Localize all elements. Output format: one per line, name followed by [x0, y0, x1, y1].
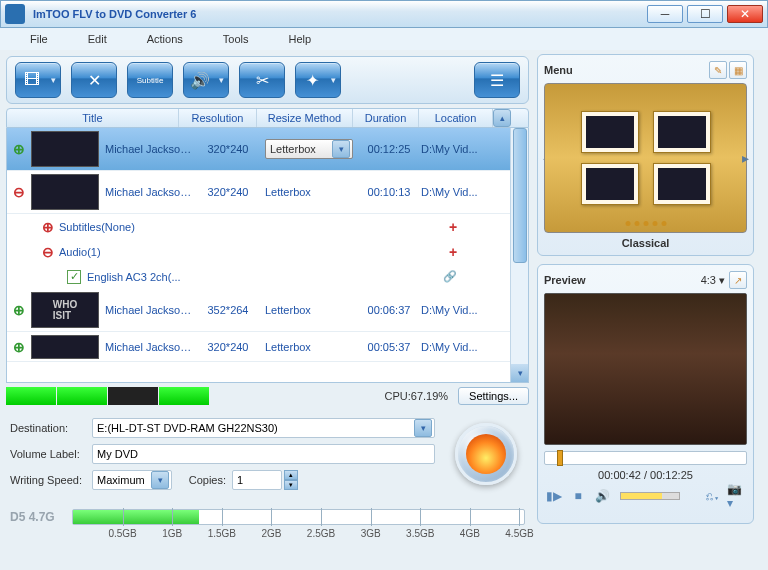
audio-checkbox[interactable]: ✓ — [67, 270, 81, 284]
col-duration[interactable]: Duration — [353, 109, 419, 127]
audio-label: Audio(1) — [59, 246, 449, 258]
volume-slider[interactable] — [620, 492, 680, 500]
col-resolution[interactable]: Resolution — [179, 109, 257, 127]
minimize-button[interactable]: ─ — [647, 5, 683, 23]
segment-bar — [6, 387, 374, 405]
collapse-icon[interactable]: ⊖ — [37, 244, 59, 260]
subtitle-button[interactable]: Subtitle — [127, 62, 173, 98]
cut-button[interactable]: ✂ — [239, 62, 285, 98]
volume-row: Volume Label: My DVD — [10, 443, 435, 465]
playback-controls: ▮▶ ■ 🔊 ⎌▾ 📷▾ — [544, 487, 747, 505]
cpu-usage: CPU:67.19% — [378, 390, 454, 402]
menu-actions[interactable]: Actions — [147, 33, 183, 45]
video-preview[interactable] — [544, 293, 747, 445]
col-resize[interactable]: Resize Method — [257, 109, 353, 127]
preview-title: Preview — [544, 274, 699, 286]
disc-type[interactable]: D5 4.7G — [10, 510, 72, 524]
cell-title: Michael Jackson... — [105, 186, 195, 198]
play-button[interactable]: ▮▶ — [544, 487, 564, 505]
table-row[interactable]: ⊖ Michael Jackson... 320*240 Letterbox 0… — [7, 171, 528, 214]
menu-edit[interactable]: Edit — [88, 33, 107, 45]
cell-dur: 00:06:37 — [357, 304, 421, 316]
cell-dur: 00:12:25 — [357, 143, 421, 155]
scroll-down-button[interactable]: ▾ — [511, 364, 529, 382]
expand-icon[interactable]: ⊕ — [7, 302, 31, 318]
menu-file[interactable]: File — [30, 33, 48, 45]
link-icon[interactable]: 🔗 — [443, 270, 457, 283]
speed-combo[interactable]: Maximum — [92, 470, 172, 490]
burn-button[interactable] — [455, 423, 517, 485]
cell-loc: D:\My Vid... — [421, 304, 481, 316]
step-back-button[interactable]: ⎌▾ — [703, 487, 723, 505]
cell-resize: Letterbox — [261, 186, 357, 198]
expand-icon[interactable]: ⊕ — [7, 141, 31, 157]
page-dots — [625, 221, 666, 226]
expand-icon[interactable]: ⊕ — [37, 219, 59, 235]
menu-panel-title: Menu — [544, 64, 707, 76]
volume-icon[interactable]: 🔊 — [592, 487, 612, 505]
add-file-button[interactable]: 🎞 — [15, 62, 61, 98]
table-row[interactable]: ⊕ Michael Jackson... 320*240 Letterbox 0… — [7, 332, 528, 362]
subrow-audio-track[interactable]: ✓ English AC3 2ch(... 🔗 — [7, 264, 528, 289]
flame-icon — [466, 434, 506, 474]
cell-loc: D:\My Vid... — [421, 341, 481, 353]
vertical-scrollbar[interactable]: ▾ — [510, 128, 528, 382]
toolbar: 🎞 ✕ Subtitle 🔊 ✂ ✦ ☰ — [6, 56, 529, 104]
expand-icon[interactable]: ⊕ — [7, 339, 31, 355]
aspect-ratio-button[interactable]: 4:3 ▾ — [699, 274, 727, 287]
snapshot-button[interactable]: 📷▾ — [727, 487, 747, 505]
col-location[interactable]: Location — [419, 109, 493, 127]
copies-input[interactable]: 1 — [232, 470, 282, 490]
timeline-thumb[interactable] — [557, 450, 563, 466]
col-title[interactable]: Title — [7, 109, 179, 127]
effect-button[interactable]: ✦ — [295, 62, 341, 98]
remove-button[interactable]: ✕ — [71, 62, 117, 98]
collapse-icon[interactable]: ⊖ — [7, 184, 31, 200]
window-buttons: ─ ☐ ✕ — [647, 5, 763, 23]
cell-dur: 00:05:37 — [357, 341, 421, 353]
timeline-slider[interactable] — [544, 451, 747, 465]
subrow-audio[interactable]: ⊖ Audio(1) + — [7, 239, 528, 264]
cell-resize: Letterbox — [261, 341, 357, 353]
add-audio-icon[interactable]: + — [449, 244, 457, 260]
maximize-button[interactable]: ☐ — [687, 5, 723, 23]
menu-preview[interactable] — [544, 83, 747, 233]
volume-input[interactable]: My DVD — [92, 444, 435, 464]
cell-res: 320*240 — [195, 186, 261, 198]
volume-label: Volume Label: — [10, 448, 92, 460]
table-row[interactable]: ⊕ WHOISIT Michael Jackson... 352*264 Let… — [7, 289, 528, 332]
destination-row: Destination: E:(HL-DT-ST DVD-RAM GH22NS3… — [10, 417, 435, 439]
settings-button[interactable]: Settings... — [458, 387, 529, 405]
speed-row: Writing Speed: Maximum Copies: 1 ▴ ▾ — [10, 469, 435, 491]
copies-down[interactable]: ▾ — [284, 480, 298, 490]
cell-resize: Letterbox — [261, 304, 357, 316]
capacity-fill — [73, 510, 199, 524]
cell-title: Michael Jackson... — [105, 143, 195, 155]
resize-combo[interactable]: Letterbox — [265, 139, 353, 159]
subrow-subtitles[interactable]: ⊕ Subtitles(None) + — [7, 214, 528, 239]
menu-tools[interactable]: Tools — [223, 33, 249, 45]
destination-combo[interactable]: E:(HL-DT-ST DVD-RAM GH22NS30) — [92, 418, 435, 438]
close-button[interactable]: ✕ — [727, 5, 763, 23]
fullscreen-icon[interactable]: ↗ — [729, 271, 747, 289]
table-header: Title Resolution Resize Method Duration … — [6, 108, 529, 128]
add-subtitle-icon[interactable]: + — [449, 219, 457, 235]
next-template-button[interactable]: ▸ — [739, 143, 751, 173]
menu-help[interactable]: Help — [288, 33, 311, 45]
scroll-up-button[interactable]: ▴ — [493, 109, 511, 127]
cell-res: 320*240 — [195, 341, 261, 353]
menubar: File Edit Actions Tools Help — [0, 28, 768, 50]
templates-icon[interactable]: ▦ — [729, 61, 747, 79]
scrollbar-thumb[interactable] — [513, 128, 527, 263]
info-bar: CPU:67.19% Settings... — [6, 385, 529, 407]
copies-up[interactable]: ▴ — [284, 470, 298, 480]
audio-button[interactable]: 🔊 — [183, 62, 229, 98]
menu-slide — [653, 163, 711, 205]
stop-button[interactable]: ■ — [568, 487, 588, 505]
table-row[interactable]: ⊕ Michael Jackson... 320*240 Letterbox 0… — [7, 128, 528, 171]
audio-track-label: English AC3 2ch(... — [87, 271, 443, 283]
edit-menu-icon[interactable]: ✎ — [709, 61, 727, 79]
template-name: Classical — [544, 237, 747, 249]
time-display: 00:00:42 / 00:12:25 — [544, 469, 747, 481]
list-button[interactable]: ☰ — [474, 62, 520, 98]
